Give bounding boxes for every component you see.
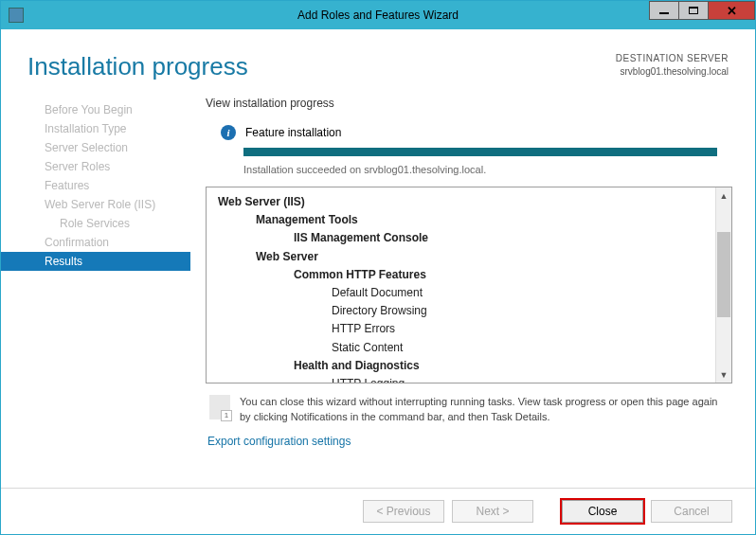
page-title: Installation progress	[27, 52, 248, 81]
window-title: Add Roles and Features Wizard	[1, 9, 755, 22]
tree-node: Common HTTP Features	[218, 266, 715, 284]
tree-node: Default Document	[218, 284, 715, 302]
next-button: Next >	[452, 500, 533, 523]
tree-node: Static Content	[218, 339, 715, 357]
feature-tree-content[interactable]: Web Server (IIS)Management ToolsIIS Mana…	[207, 187, 715, 383]
flag-icon	[209, 395, 230, 419]
window-controls: ✕	[650, 1, 755, 20]
subheading: View installation progress	[206, 97, 732, 110]
status-title: Feature installation	[245, 126, 341, 139]
info-icon: i	[221, 125, 236, 140]
header: Installation progress DESTINATION SERVER…	[1, 29, 755, 97]
sidebar-item-web-server-role-iis-: Web Server Role (IIS)	[1, 195, 190, 214]
sidebar: Before You BeginInstallation TypeServer …	[1, 97, 190, 488]
main-panel: View installation progress i Feature ins…	[190, 97, 755, 488]
scroll-down-button[interactable]: ▼	[716, 366, 731, 383]
tree-node: Directory Browsing	[218, 302, 715, 320]
cancel-button: Cancel	[651, 500, 732, 523]
close-button[interactable]: Close	[562, 500, 643, 523]
tree-node: Management Tools	[218, 211, 715, 229]
status-text: Installation succeeded on srvblog01.thes…	[243, 164, 732, 175]
export-link[interactable]: Export configuration settings	[206, 435, 732, 448]
sidebar-item-installation-type: Installation Type	[1, 119, 190, 138]
feature-tree: Web Server (IIS)Management ToolsIIS Mana…	[206, 187, 732, 383]
status-row: i Feature installation	[206, 125, 732, 140]
tree-node: Health and Diagnostics	[218, 357, 715, 375]
sidebar-item-server-roles: Server Roles	[1, 157, 190, 176]
destination-server: srvblog01.thesolving.local	[616, 65, 729, 79]
sidebar-item-role-services: Role Services	[1, 214, 190, 233]
progress-bar	[243, 148, 717, 156]
window-close-button[interactable]: ✕	[708, 1, 755, 20]
sidebar-item-features: Features	[1, 176, 190, 195]
tip-row: You can close this wizard without interr…	[206, 393, 732, 435]
sidebar-item-confirmation: Confirmation	[1, 233, 190, 252]
footer: < Previous Next > Close Cancel	[1, 488, 755, 534]
sidebar-item-before-you-begin: Before You Begin	[1, 100, 190, 119]
previous-button: < Previous	[363, 500, 444, 523]
body: Before You BeginInstallation TypeServer …	[1, 97, 755, 488]
tree-node: HTTP Logging	[218, 375, 715, 383]
sidebar-item-server-selection: Server Selection	[1, 138, 190, 157]
tree-node: Web Server (IIS)	[218, 193, 715, 211]
scroll-thumb[interactable]	[717, 232, 730, 317]
destination-info: DESTINATION SERVER srvblog01.thesolving.…	[616, 52, 729, 79]
sidebar-item-results[interactable]: Results	[1, 252, 190, 271]
scroll-track[interactable]	[716, 204, 731, 366]
scroll-up-button[interactable]: ▲	[716, 187, 731, 204]
tree-node: IIS Management Console	[218, 229, 715, 247]
minimize-button[interactable]	[649, 1, 679, 20]
wizard-window: Add Roles and Features Wizard ✕ Installa…	[0, 0, 756, 535]
tip-text: You can close this wizard without interr…	[240, 395, 729, 425]
scrollbar[interactable]: ▲ ▼	[715, 187, 731, 383]
app-icon	[9, 8, 24, 23]
maximize-button[interactable]	[678, 1, 709, 20]
tree-node: Web Server	[218, 248, 715, 266]
tree-node: HTTP Errors	[218, 320, 715, 338]
destination-label: DESTINATION SERVER	[616, 52, 729, 65]
titlebar[interactable]: Add Roles and Features Wizard ✕	[1, 1, 755, 29]
